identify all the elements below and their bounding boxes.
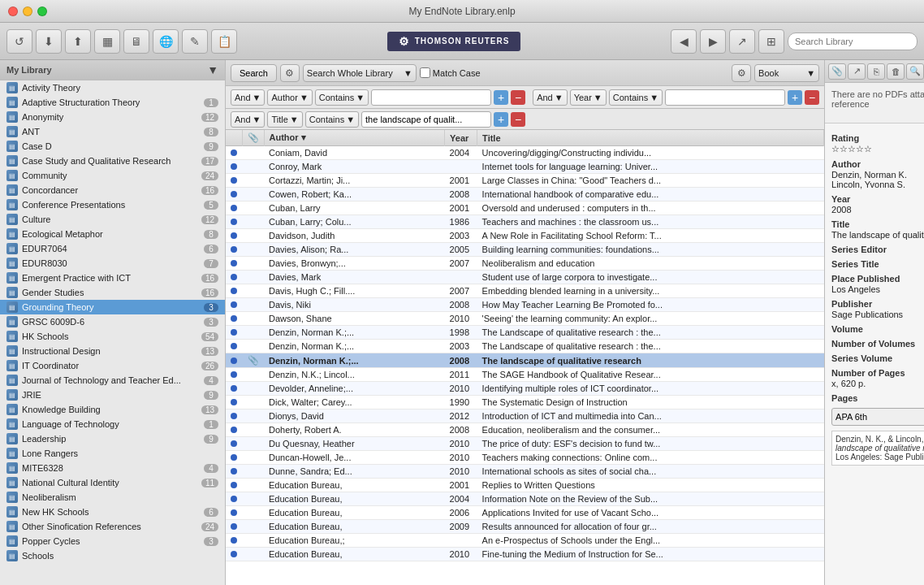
table-row[interactable]: Dawson, Shane2010'Seeing' the learning c… [226,312,824,326]
view-toggle-button[interactable]: ⊞ [758,29,784,54]
and-operator-3[interactable]: And ▼ [231,111,265,128]
table-row[interactable]: Davies, Alison; Ra...2005Building learni… [226,243,824,257]
table-row[interactable]: Duncan-Howell, Je...2010Teachers making … [226,451,824,465]
match-case-checkbox[interactable] [420,67,430,78]
match-case-check[interactable]: Match Case [420,67,481,78]
table-row[interactable]: Davies, Bronwyn;...2007Neoliberalism and… [226,257,824,271]
clipboard-button[interactable]: 📋 [211,29,237,54]
sidebar-item-ant[interactable]: ▤ANT8 [0,124,225,139]
web-button[interactable]: 🌐 [153,29,179,54]
sidebar-item-mite6328[interactable]: ▤MITE63284 [0,461,225,475]
table-row[interactable]: Education Bureau,2001Replies to Written … [226,479,824,492]
sidebar-item-culture[interactable]: ▤Culture12 [0,212,225,227]
download-button[interactable]: ⬇ [36,29,62,54]
table-row[interactable]: Education Bureau,2009Results announced f… [226,520,824,534]
search-button[interactable]: Search [231,64,277,82]
table-row[interactable]: Denzin, Norman K.;...2003The Landscape o… [226,340,824,353]
author-field-dropdown[interactable]: Author ▼ [267,89,312,106]
sidebar-item-hk-schools[interactable]: ▤HK Schools54 [0,329,225,344]
sidebar-item-leadership[interactable]: ▤Leadership9 [0,431,225,446]
delete-button[interactable]: 🗑 [887,63,905,80]
remove-filter-row-3[interactable]: − [511,112,525,127]
table-row[interactable]: Davis, Niki2008How May Teacher Learning … [226,298,824,312]
year-filter-input[interactable] [665,89,785,106]
minimize-button[interactable] [23,6,32,16]
sidebar-item-popper-cycles[interactable]: ▤Popper Cycles3 [0,534,225,548]
sidebar-item-jrie[interactable]: ▤JRIE9 [0,388,225,402]
sidebar-item-national-cultural-id[interactable]: ▤National Cultural Identity11 [0,475,225,490]
citation-style-select[interactable]: APA 6th MLA Chicago [831,408,924,426]
prev-button[interactable]: ◀ [671,29,697,54]
sidebar-item-edur7064[interactable]: ▤EDUR70646 [0,241,225,256]
title-filter-input[interactable] [361,111,491,128]
sidebar-scroll-down[interactable]: ▼ [207,63,218,76]
sidebar-item-emergent-practice-wi[interactable]: ▤Emergent Practice with ICT16 [0,271,225,285]
and-operator-1[interactable]: And ▼ [231,89,265,106]
sidebar-item-edur8030[interactable]: ▤EDUR80307 [0,256,225,271]
add-filter-row-2[interactable]: + [788,90,802,105]
table-row[interactable]: Education Bureau,2004Information Note on… [226,492,824,506]
table-row[interactable]: Dionys, David2012Introduction of ICT and… [226,410,824,423]
sidebar-item-other-sinofication-r[interactable]: ▤Other Sinofication References24 [0,519,225,534]
title-field-dropdown[interactable]: Title ▼ [267,111,302,128]
sidebar-item-activity-theory[interactable]: ▤Activity Theory [0,80,225,95]
sidebar-item-conference-presentat[interactable]: ▤Conference Presentations5 [0,197,225,212]
table-row[interactable]: Dunne, Sandra; Ed...2010International sc… [226,465,824,479]
table-row[interactable]: Du Quesnay, Heather2010The price of duty… [226,437,824,451]
library-search-input[interactable] [788,32,918,50]
table-settings-button[interactable]: ⚙ [732,64,751,82]
add-filter-row-1[interactable]: + [494,90,508,105]
search-settings-button[interactable]: ⚙ [280,64,300,82]
table-row[interactable]: Denzin, N.K.; Lincol...2011The SAGE Hand… [226,368,824,382]
author-filter-input[interactable] [371,89,491,106]
upload-button[interactable]: ⬆ [65,29,91,54]
refresh-button[interactable]: ↺ [6,29,32,54]
table-row[interactable]: Cuban, Larry; Colu...1986Teachers and ma… [226,215,824,229]
share-button[interactable]: ↗ [729,29,755,54]
table-row[interactable]: Devolder, Anneline;...2010Identifying mu… [226,382,824,396]
close-button[interactable] [8,6,18,16]
sidebar-item-lone-rangers[interactable]: ▤Lone Rangers [0,446,225,461]
sidebar-item-community[interactable]: ▤Community24 [0,168,225,183]
sidebar-item-schools[interactable]: ▤Schools [0,548,225,563]
edit-button[interactable]: ✎ [182,29,208,54]
table-row[interactable]: Denzin, Norman K.;...1998The Landscape o… [226,326,824,340]
table-row[interactable]: Education Bureau,2010Fine-tuning the Med… [226,548,824,561]
sidebar-item-it-coordinator[interactable]: ▤IT Coordinator26 [0,358,225,373]
sidebar-item-grsc-6009d-6[interactable]: ▤GRSC 6009D-63 [0,314,225,329]
maximize-button[interactable] [37,6,47,16]
sidebar-item-new-hk-schools[interactable]: ▤New HK Schools6 [0,505,225,519]
sidebar-item-grounding-theory[interactable]: ▤Grounding Theory3 [0,300,225,314]
sidebar-item-instructional-design[interactable]: ▤Instructional Design13 [0,344,225,358]
attach-button[interactable]: 📎 [828,63,846,80]
year-field-dropdown[interactable]: Year ▼ [570,89,607,106]
desktop-button[interactable]: 🖥 [123,29,149,54]
sidebar-item-gender-studies[interactable]: ▤Gender Studies16 [0,285,225,300]
table-row[interactable]: Coniam, David2004Uncovering/digging/Cons… [226,146,824,160]
contains-operator-2[interactable]: Contains ▼ [609,89,663,106]
table-row[interactable]: Education Bureau,2006Applications Invite… [226,506,824,520]
table-row[interactable]: Davies, MarkStudent use of large corpora… [226,271,824,284]
table-row[interactable]: Davidson, Judith2003A New Role in Facili… [226,229,824,243]
open-button[interactable]: ↗ [848,63,866,80]
sidebar-item-concordancer[interactable]: ▤Concordancer16 [0,183,225,197]
table-row[interactable]: Davis, Hugh C.; Fill....2007Embedding bl… [226,284,824,298]
sidebar-item-knowledge-building[interactable]: ▤Knowledge Building13 [0,402,225,417]
and-operator-2[interactable]: And ▼ [533,89,567,106]
table-row[interactable]: Cortazzi, Martin; Ji...2001Large Classes… [226,174,824,188]
col-year[interactable]: Year [445,130,477,146]
add-filter-row-3[interactable]: + [494,112,508,127]
table-row[interactable]: Cowen, Robert; Ka...2008International ha… [226,188,824,202]
table-row[interactable]: Conroy, MarkInternet tools for language … [226,160,824,174]
sidebar-item-case-study-and-quali[interactable]: ▤Case Study and Qualitative Research17 [0,154,225,168]
table-row[interactable]: Education Bureau,;An e-Prospectus of Sch… [226,534,824,548]
col-title[interactable]: Title [477,130,824,146]
copy-button[interactable]: ⎘ [867,63,885,80]
table-row[interactable]: 📎Denzin, Norman K.;...2008The landscape … [226,353,824,368]
search-ref-button[interactable]: 🔍 [906,63,924,80]
sidebar-item-language-of-technolo[interactable]: ▤Language of Technology1 [0,417,225,431]
next-button[interactable]: ▶ [700,29,726,54]
sidebar-item-anonymity[interactable]: ▤Anonymity12 [0,110,225,124]
contains-operator-1[interactable]: Contains ▼ [315,89,369,106]
sidebar-item-neoliberalism[interactable]: ▤Neoliberalism [0,490,225,505]
